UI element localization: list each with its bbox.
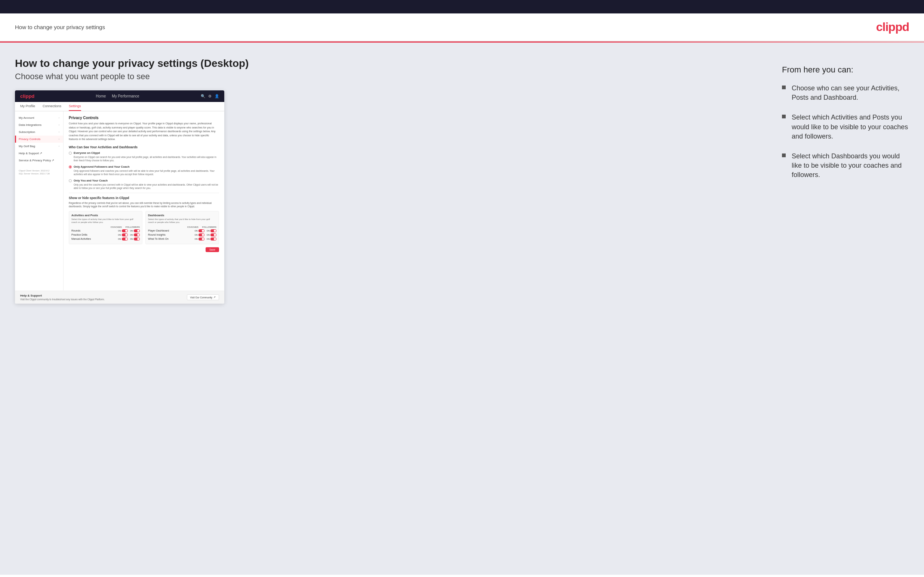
mockup-features-desc: Regardless of the privacy controls that … [69,201,219,208]
mockup-features-title: Show or hide specific features in Clippd [69,196,219,200]
visit-community-button[interactable]: Visit Our Community ↗ [187,294,219,300]
what-coaches-toggle [199,237,204,240]
rounds-label: Rounds [71,229,80,232]
player-coaches-toggle [199,229,204,232]
footer: Copyright Clippd 2022 [0,575,924,577]
mockup-grid: Activities and Posts Select the types of… [69,211,219,244]
grid-icon: ⚙ [208,94,212,98]
sidebar-item-privacy-controls: Privacy Controls › [15,135,63,143]
round-insights-label: Round Insights [148,234,166,236]
manual-row: Manual Activities ON ON [71,237,140,240]
player-coaches-toggle-group: ON [195,229,204,232]
sidebar-item-help: Help & Support ↗ [15,150,63,157]
mockup-divider [69,193,219,193]
radio-followers-desc: Only approved followers and coaches you … [74,169,219,176]
practice-followers-toggle-group: ON [130,234,140,236]
tab-connections: Connections [43,102,61,111]
mockup-version: Clippd Client Version: 2022.8.2SQL Serve… [15,167,63,178]
external-link-icon: ↗ [213,296,216,299]
dashboards-panel-desc: Select the types of activity that you'd … [148,218,216,224]
mockup-body: My Account › Data Integrations › Subscri… [15,111,224,290]
rounds-followers-on-text: ON [130,230,133,232]
rounds-row: Rounds ON ON [71,229,140,232]
player-dashboard-row: Player Dashboard ON ON [148,229,216,232]
round-coaches-on-text: ON [195,234,198,236]
manual-toggles: ON ON [118,237,140,240]
radio-only-you: Only You and Your Coach Only you and the… [69,179,219,190]
save-row: Save [69,247,219,252]
dashboards-panel-title: Dashboards [148,214,216,217]
mockup-help-title: Help & Support [20,294,105,297]
mockup-help-desc: Visit the Clippd community to troublesho… [20,298,105,301]
tab-my-profile: My Profile [20,102,35,111]
radio-everyone: Everyone on Clippd Everyone on Clippd ca… [69,151,219,162]
visit-community-label: Visit Our Community [190,296,212,299]
bullet-text-3: Select which Dashboards you would like t… [792,152,909,180]
round-insights-toggles: ON ON [195,234,217,236]
rounds-coaches-toggle [122,229,128,232]
mockup-nav-icons: 🔍 ⚙ 👤 [201,94,219,98]
mockup-help-section: Help & Support Visit the Clippd communit… [15,290,224,304]
player-dashboard-label: Player Dashboard [148,229,169,232]
radio-everyone-label: Everyone on Clippd [74,151,219,155]
practice-coaches-toggle [122,234,128,236]
radio-everyone-desc: Everyone on Clippd can search for you an… [74,155,219,162]
what-followers-toggle-group: ON [207,237,216,240]
what-coaches-toggle-group: ON [195,237,204,240]
sidebar-item-privacy-policy: Service & Privacy Policy ↗ [15,157,63,164]
activities-panel: Activities and Posts Select the types of… [69,211,142,244]
practice-label: Practice Drills [71,234,87,236]
player-followers-on-text: ON [207,230,210,232]
top-dark-bar [0,0,924,13]
dash-followers-col-label: FOLLOWERS [202,226,216,228]
coaches-col-label: COACHES [111,226,122,228]
screenshot-mockup: clippd Home My Performance 🔍 ⚙ 👤 My Prof… [15,90,224,304]
radio-only-you-label: Only You and Your Coach [74,179,219,182]
round-followers-toggle [210,234,216,236]
sidebar-item-data-integrations: Data Integrations › [15,121,63,129]
rounds-followers-toggle-group: ON [130,229,140,232]
sidebar-item-golf-bag: My Golf Bag › [15,143,63,150]
round-followers-toggle-group: ON [207,234,216,236]
mockup-privacy-desc: Control how you and your data appears to… [69,122,219,142]
rounds-followers-toggle [134,229,140,232]
practice-row: Practice Drills ON ON [71,234,140,236]
mockup-who-title: Who Can See Your Activities and Dashboar… [69,145,219,149]
round-coaches-toggle [199,234,204,236]
manual-coaches-toggle-group: ON [118,237,128,240]
radio-only-you-button [69,179,72,182]
manual-followers-toggle [134,237,140,240]
rounds-toggles: ON ON [118,229,140,232]
sidebar-item-subscription: Subscription › [15,129,63,135]
right-panel: From here you can: Choose who can see yo… [782,58,909,190]
radio-followers-button [69,166,72,168]
player-followers-toggle [210,229,216,232]
left-panel: How to change your privacy settings (Des… [15,58,759,304]
practice-followers-on-text: ON [130,234,133,236]
round-insights-row: Round Insights ON ON [148,234,216,236]
mockup-topbar: clippd Home My Performance 🔍 ⚙ 👤 [15,90,224,102]
from-here-title: From here you can: [782,65,909,75]
radio-followers: Only Approved Followers and Your Coach O… [69,165,219,176]
mockup-save-button[interactable]: Save [205,247,219,252]
what-to-work-label: What To Work On [148,237,169,240]
manual-label: Manual Activities [71,237,91,240]
main-content: How to change your privacy settings (Des… [0,43,924,575]
bullet-text-2: Select which Activities and Posts you wo… [792,113,909,141]
main-heading: How to change your privacy settings (Des… [15,58,759,69]
activities-panel-title: Activities and Posts [71,214,140,217]
practice-coaches-toggle-group: ON [118,234,128,236]
sidebar-item-account: My Account › [15,114,63,121]
player-followers-toggle-group: ON [207,229,216,232]
what-to-work-toggles: ON ON [195,237,217,240]
player-dashboard-toggles: ON ON [195,229,217,232]
activities-col-headers: COACHES FOLLOWERS [71,226,140,228]
round-followers-on-text: ON [207,234,210,236]
rounds-coaches-toggle-group: ON [118,229,128,232]
mockup-sidebar: My Account › Data Integrations › Subscri… [15,111,63,290]
manual-coaches-toggle [122,237,128,240]
followers-col-label: FOLLOWERS [126,226,140,228]
main-subheading: Choose what you want people to see [15,72,759,81]
what-coaches-on-text: ON [195,238,198,240]
practice-coaches-on-text: ON [118,234,121,236]
